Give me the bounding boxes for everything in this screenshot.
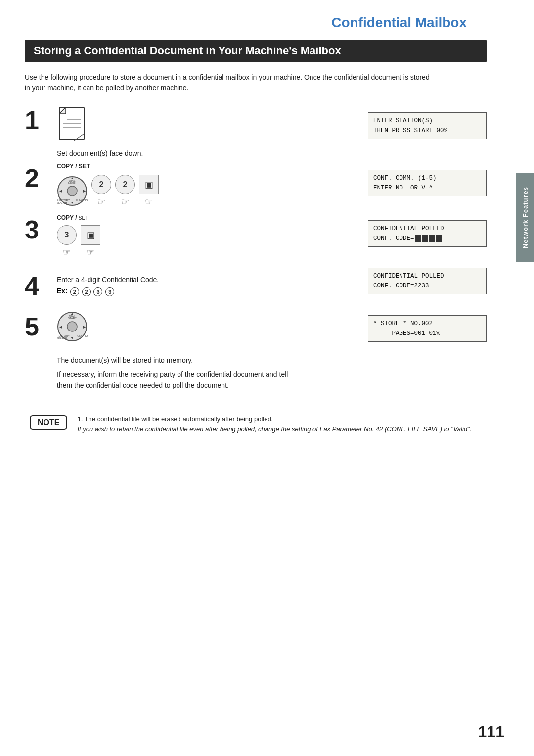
display-4-line2: CONF. CODE=2233 [373, 283, 429, 289]
finger-icon-e: ☞ [87, 247, 94, 258]
page-title: Confidential Mailbox [25, 15, 487, 31]
btn-3: 3 ☞ [57, 225, 77, 258]
step-1-text: Set document(s) face down. [57, 148, 368, 159]
bottom-divider [25, 406, 487, 406]
step-2-buttons: DIAL START DIRECTORY SEARCH FUNCTION ▲ ▼… [57, 175, 368, 207]
display-1-line2: THEN PRESS START 00% [373, 127, 447, 134]
finger-icon-b: ☞ [121, 196, 129, 207]
svg-text:SEARCH: SEARCH [57, 337, 67, 340]
display-1: ENTER STATION(S) THEN PRESS START 00% [368, 112, 487, 139]
display-box-4: CONFIDENTIAL POLLED CONF. CODE=2233 [368, 268, 487, 294]
step-5-dial: DIAL START DIRECTORY SEARCH FUNCTION ▲ ▼… [57, 311, 88, 342]
document-icon [57, 105, 91, 144]
step-2-content: COPY / SET DIAL START DIRECTORY SEARCH [52, 163, 368, 207]
circled-2b: 2 [82, 287, 91, 296]
svg-text:START: START [68, 181, 77, 184]
btn-set-a: ▣ ☞ [139, 175, 159, 207]
finger-icon-d: ☞ [63, 247, 71, 258]
display-1-line1: ENTER STATION(S) [373, 117, 433, 124]
step-5-text-1: The document(s) will be stored into memo… [57, 355, 304, 366]
step-1-content: Set document(s) face down. [52, 105, 368, 159]
display-5-line2: PAGES=001 01% [373, 330, 440, 337]
steps-column: 1 Set document(s) face down. [25, 105, 368, 391]
svg-text:▲: ▲ [71, 312, 74, 315]
step-3-buttons: 3 ☞ ▣ ☞ [57, 225, 368, 258]
circled-2a: 2 [70, 287, 79, 296]
displays-column: ENTER STATION(S) THEN PRESS START 00% CO… [368, 105, 487, 391]
finger-icon-a: ☞ [97, 196, 105, 207]
set-button-a[interactable]: ▣ [139, 175, 159, 194]
svg-text:▼: ▼ [71, 201, 74, 204]
display-box-1: ENTER STATION(S) THEN PRESS START 00% [368, 112, 487, 139]
btn-2-second: 2 ☞ [115, 175, 135, 207]
step-5-row: 5 DIAL START DIRECTORY SEARCH FUNCTION ▲… [25, 311, 368, 351]
display-box-5: * STORE * NO.002 PAGES=001 01% [368, 315, 487, 342]
step-2-number: 2 [25, 165, 52, 191]
display-5-line1: * STORE * NO.002 [373, 320, 433, 327]
sq4 [436, 235, 442, 242]
step-3-content: COPY / SET 3 ☞ ▣ ☞ [52, 214, 368, 258]
sq3 [429, 235, 435, 242]
step-4-number: 4 [25, 273, 52, 299]
step-5-number: 5 [25, 314, 52, 339]
dial-control: DIAL START DIRECTORY SEARCH FUNCTION ▲ ▼… [57, 176, 88, 206]
btn-set-b: ▣ ☞ [81, 225, 100, 258]
step-2-row: 2 COPY / SET DIAL START DIRECTORY [25, 163, 368, 207]
finger-icon-c: ☞ [145, 196, 153, 207]
display-box-2: CONF. COMM. (1-5) ENTER NO. OR V ^ [368, 170, 487, 196]
display-2: CONF. COMM. (1-5) ENTER NO. OR V ^ [368, 170, 487, 196]
svg-text:▼: ▼ [71, 336, 74, 340]
set-button-b[interactable]: ▣ [81, 225, 100, 245]
content-area: 1 Set document(s) face down. [25, 105, 487, 391]
number-2-button-b[interactable]: 2 [115, 175, 135, 194]
step-4-content: Enter a 4-digit Confidential Code. Ex: 2… [52, 273, 368, 296]
svg-text:FUNCTION: FUNCTION [76, 334, 88, 337]
display-2-line2: ENTER NO. OR V ^ [373, 185, 433, 191]
display-5: * STORE * NO.002 PAGES=001 01% [368, 315, 487, 342]
sq2 [422, 235, 428, 242]
step-3-row: 3 COPY / SET 3 ☞ ▣ ☞ [25, 214, 368, 258]
svg-text:SEARCH: SEARCH [57, 201, 67, 204]
number-3-button[interactable]: 3 [57, 225, 77, 245]
display-2-line1: CONF. COMM. (1-5) [373, 175, 437, 182]
step-1-row: 1 Set document(s) face down. [25, 105, 368, 159]
number-2-button-a[interactable]: 2 [91, 175, 111, 194]
btn-2-first: 2 ☞ [91, 175, 111, 207]
step-5-description: The document(s) will be stored into memo… [57, 355, 304, 391]
copy-set-label-3: COPY / SET [57, 214, 368, 221]
display-3-line2: CONF. CODE= [373, 235, 442, 242]
svg-text:▲: ▲ [71, 176, 74, 180]
note-item-2: If you wish to retain the confidential f… [77, 425, 471, 435]
copy-set-label-2: COPY / SET [57, 163, 368, 170]
step-5-text-2: If necessary, inform the receiving party… [57, 369, 304, 391]
sq1 [415, 235, 421, 242]
page-number: 111 [478, 723, 504, 741]
display-3: CONFIDENTIAL POLLED CONF. CODE= [368, 220, 487, 247]
step-4-row: 4 Enter a 4-digit Confidential Code. Ex:… [25, 265, 368, 304]
svg-marker-2 [59, 107, 66, 114]
sidebar-tab: Network Features [516, 173, 534, 262]
note-item-1: 1. The confidential file will be erased … [77, 414, 471, 425]
svg-point-8 [67, 186, 77, 196]
note-text: 1. The confidential file will be erased … [77, 414, 471, 435]
intro-text: Use the following procedure to store a d… [25, 72, 430, 93]
display-box-3: CONFIDENTIAL POLLED CONF. CODE= [368, 220, 487, 247]
display-4: CONFIDENTIAL POLLED CONF. CODE=2233 [368, 268, 487, 294]
step-3-number: 3 [25, 217, 52, 242]
sidebar-label: Network Features [522, 187, 529, 248]
dial-svg: DIAL START DIRECTORY SEARCH FUNCTION ▲ ▼… [57, 176, 88, 206]
step-1-number: 1 [25, 107, 52, 133]
circled-3a: 3 [93, 287, 102, 296]
note-badge: NOTE [30, 415, 67, 430]
display-3-line1: CONFIDENTIAL POLLED [373, 225, 444, 232]
svg-point-19 [67, 322, 77, 331]
step-4-text: Enter a 4-digit Confidential Code. [57, 275, 368, 285]
display-4-line1: CONFIDENTIAL POLLED [373, 273, 444, 280]
step-4-ex: Ex: 2 2 3 3 [57, 287, 368, 296]
step-5-content: DIAL START DIRECTORY SEARCH FUNCTION ▲ ▼… [52, 311, 368, 342]
svg-text:START: START [68, 317, 77, 320]
svg-text:FUNCTION: FUNCTION [76, 199, 88, 202]
circled-3b: 3 [105, 287, 114, 296]
note-section: NOTE 1. The confidential file will be er… [25, 414, 487, 435]
section-heading: Storing a Confidential Document in Your … [25, 40, 487, 62]
